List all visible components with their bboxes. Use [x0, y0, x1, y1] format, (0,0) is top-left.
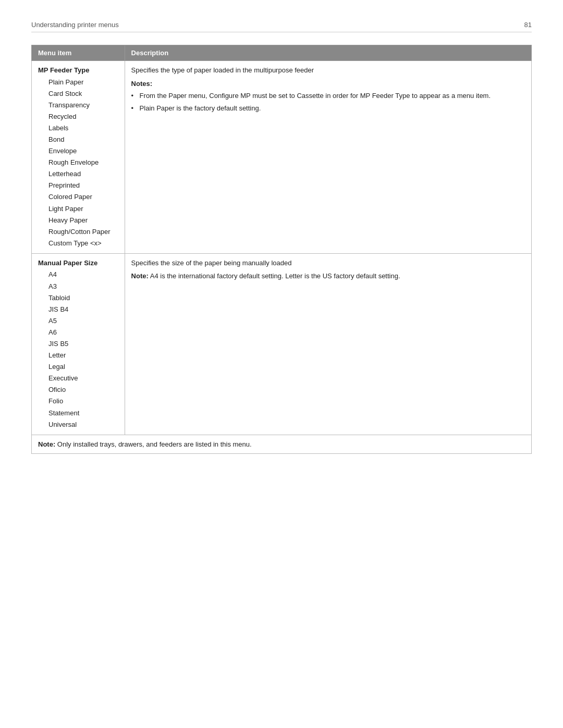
footer-row: Note: Only installed trays, drawers, and…: [32, 435, 532, 454]
menu-sub-item: Letterhead: [38, 168, 118, 180]
menu-sub-item: Folio: [38, 396, 118, 407]
footer-cell: Note: Only installed trays, drawers, and…: [32, 435, 532, 454]
menu-sub-item: JIS B4: [38, 304, 118, 315]
menu-sub-item: Rough Envelope: [38, 157, 118, 168]
menu-sub-item: Labels: [38, 122, 118, 134]
menu-sub-item: Transparency: [38, 100, 118, 111]
main-table: Menu item Description MP Feeder Type Pla…: [31, 45, 532, 454]
table-row: Manual Paper Size A4A3TabloidJIS B4A5A6J…: [32, 253, 532, 435]
page-number: 81: [524, 21, 532, 29]
note-prefix: Note:: [131, 272, 149, 280]
notes-list: From the Paper menu, Configure MP must b…: [131, 91, 525, 113]
menu-sub-item: Bond: [38, 134, 118, 145]
menu-sub-item: Letter: [38, 350, 118, 361]
menu-item-header: Manual Paper Size: [38, 258, 118, 268]
menu-sub-item: Plain Paper: [38, 77, 118, 88]
menu-sub-item: JIS B5: [38, 338, 118, 350]
menu-sub-item: Executive: [38, 373, 118, 384]
note-text: A4 is the international factory default …: [150, 272, 400, 280]
menu-sub-item: Recycled: [38, 111, 118, 122]
menu-sub-item: Light Paper: [38, 203, 118, 215]
table-header-row: Menu item Description: [32, 45, 532, 61]
menu-sub-item: Rough/Cotton Paper: [38, 226, 118, 238]
description-note-container: Note: A4 is the international factory de…: [131, 271, 525, 281]
menu-sub-item: Statement: [38, 408, 118, 419]
description-text: Specifies the type of paper loaded in th…: [131, 65, 525, 76]
notes-label: Notes:: [131, 79, 525, 89]
footer-note-text: Only installed trays, drawers, and feede…: [55, 440, 251, 448]
menu-sub-item: Custom Type <x>: [38, 238, 118, 249]
footer-note-prefix: Note:: [38, 440, 55, 448]
menu-sub-item: Oficio: [38, 384, 118, 396]
menu-sub-item: Colored Paper: [38, 191, 118, 203]
menu-sub-item: A3: [38, 281, 118, 292]
menu-items-list: A4A3TabloidJIS B4A5A6JIS B5LetterLegalEx…: [38, 269, 118, 430]
note-item: From the Paper menu, Configure MP must b…: [131, 91, 525, 101]
page-title: Understanding printer menus: [31, 21, 119, 29]
menu-sub-item: Legal: [38, 361, 118, 373]
description-cell: Specifies the type of paper loaded in th…: [125, 61, 531, 254]
menu-items-list: Plain PaperCard StockTransparencyRecycle…: [38, 77, 118, 249]
menu-sub-item: Universal: [38, 419, 118, 430]
col2-header: Description: [125, 45, 531, 61]
menu-sub-item: Preprinted: [38, 180, 118, 191]
menu-sub-item: Card Stock: [38, 88, 118, 100]
page-header: Understanding printer menus 81: [31, 21, 532, 32]
menu-sub-item: Heavy Paper: [38, 215, 118, 226]
menu-sub-item: A5: [38, 315, 118, 327]
menu-sub-item: A4: [38, 269, 118, 280]
menu-sub-item: A6: [38, 327, 118, 338]
col1-header: Menu item: [32, 45, 125, 61]
table-row: MP Feeder Type Plain PaperCard StockTran…: [32, 61, 532, 254]
menu-item-cell: MP Feeder Type Plain PaperCard StockTran…: [32, 61, 125, 254]
menu-item-cell: Manual Paper Size A4A3TabloidJIS B4A5A6J…: [32, 253, 125, 435]
menu-item-header: MP Feeder Type: [38, 65, 118, 76]
description-main: Specifies the size of the paper being ma…: [131, 258, 525, 268]
menu-sub-item: Tabloid: [38, 292, 118, 304]
note-item: Plain Paper is the factory default setti…: [131, 103, 525, 114]
menu-sub-item: Envelope: [38, 145, 118, 157]
description-cell: Specifies the size of the paper being ma…: [125, 253, 531, 435]
